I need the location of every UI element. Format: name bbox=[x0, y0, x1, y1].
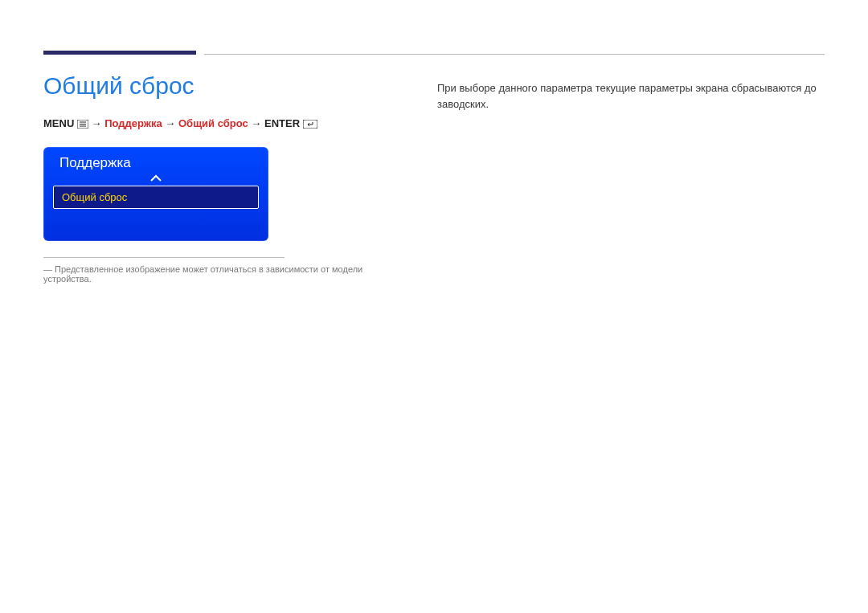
breadcrumb: MENU → Поддержка → Общий сброс → ENTER bbox=[43, 117, 365, 131]
breadcrumb-arrow-2: → bbox=[165, 117, 175, 129]
breadcrumb-arrow-1: → bbox=[92, 117, 102, 129]
menu-icon bbox=[77, 119, 88, 131]
breadcrumb-enter: ENTER bbox=[264, 117, 300, 129]
page-title: Общий сброс bbox=[43, 72, 365, 100]
osd-item-reset[interactable]: Общий сброс bbox=[53, 186, 259, 209]
breadcrumb-arrow-3: → bbox=[251, 117, 261, 129]
header-rule bbox=[43, 47, 825, 55]
breadcrumb-menu: MENU bbox=[43, 117, 74, 129]
osd-title: Поддержка bbox=[43, 147, 268, 173]
divider-line bbox=[204, 54, 825, 55]
enter-icon bbox=[303, 119, 317, 131]
document-page: Общий сброс MENU → Поддержка → Общий сбр… bbox=[0, 0, 868, 284]
breadcrumb-support: Поддержка bbox=[104, 117, 162, 129]
osd-panel: Поддержка Общий сброс bbox=[43, 147, 268, 241]
right-column: При выборе данного параметра текущие пар… bbox=[437, 72, 825, 284]
left-column: Общий сброс MENU → Поддержка → Общий сбр… bbox=[43, 72, 365, 284]
accent-bar bbox=[43, 51, 196, 55]
footnote-separator bbox=[43, 257, 285, 258]
osd-up-arrow[interactable] bbox=[43, 173, 268, 186]
content-row: Общий сброс MENU → Поддержка → Общий сбр… bbox=[43, 72, 825, 284]
description-text: При выборе данного параметра текущие пар… bbox=[437, 80, 825, 112]
footnote: ― Представленное изображение может отлич… bbox=[43, 264, 365, 284]
breadcrumb-reset: Общий сброс bbox=[178, 117, 248, 129]
osd-body: Общий сброс bbox=[43, 186, 268, 241]
